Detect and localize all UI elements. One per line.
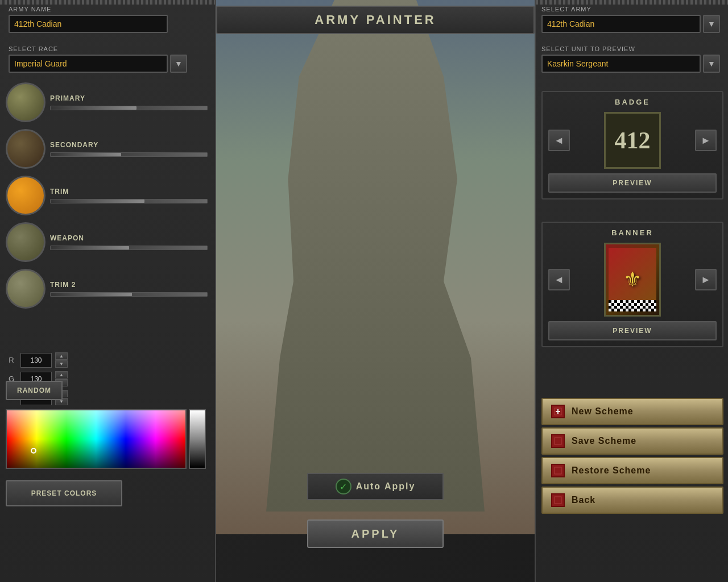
r-increment-button[interactable]: ▲	[55, 352, 68, 360]
trim-slider-group: TRIM	[50, 188, 208, 203]
svg-rect-4	[555, 467, 561, 474]
auto-apply-checkbox[interactable]: ✓	[336, 479, 351, 494]
banner-left-arrow-icon: ◄	[554, 274, 564, 286]
restore-scheme-button[interactable]: Restore Scheme	[541, 457, 723, 484]
primary-color-circle[interactable]	[6, 82, 46, 122]
banner-left-arrow-button[interactable]: ◄	[548, 269, 570, 290]
trim2-color-circle[interactable]	[6, 269, 46, 309]
unit-preview-input[interactable]: Kasrkin Sergeant	[541, 55, 701, 73]
new-scheme-svg-icon	[553, 407, 562, 416]
weapon-color-circle[interactable]	[6, 222, 46, 262]
banner-navigation: ◄ ⚜ ►	[548, 243, 717, 317]
badge-preview-button[interactable]: PREVIEW	[548, 173, 717, 193]
new-scheme-icon	[551, 405, 565, 418]
race-input[interactable]: Imperial Guard	[9, 55, 168, 73]
banner-display: ⚜	[604, 243, 661, 317]
r-label: R	[6, 356, 17, 364]
select-army-dropdown-button[interactable]: ▼	[703, 15, 720, 33]
color-row-trim2: TRIM 2	[6, 269, 208, 309]
weapon-slider-fill	[51, 246, 129, 250]
panel-top-decoration	[0, 0, 215, 5]
secondary-label: SECONDARY	[50, 141, 208, 149]
r-input[interactable]: 130	[20, 353, 52, 368]
back-icon	[551, 493, 565, 507]
select-army-input[interactable]: 412th Cadian	[541, 15, 701, 33]
secondary-color-circle[interactable]	[6, 129, 46, 169]
trim-label: TRIM	[50, 188, 208, 196]
primary-slider-track[interactable]	[50, 106, 208, 110]
auto-apply-label: Auto Apply	[356, 481, 416, 492]
color-picker-overlay	[7, 410, 185, 468]
banner-section: BANNER ◄ ⚜ ► PREVIEW	[541, 222, 723, 347]
race-label: Select Race	[9, 45, 187, 52]
save-scheme-svg-icon	[553, 436, 562, 446]
back-svg-icon	[553, 496, 562, 505]
trim2-slider-track[interactable]	[50, 292, 208, 297]
auto-apply-row: ✓ Auto Apply	[307, 473, 444, 500]
color-row-trim: TRIM	[6, 176, 208, 215]
trim-color-circle[interactable]	[6, 176, 46, 215]
app-title: ARMY PAINTER	[315, 13, 436, 27]
r-decrement-button[interactable]: ▼	[55, 360, 68, 368]
trim-slider-track[interactable]	[50, 199, 208, 203]
new-scheme-button[interactable]: New Scheme	[541, 398, 723, 425]
preset-colors-button[interactable]: PRESET COLORS	[6, 480, 122, 506]
secondary-slider-track[interactable]	[50, 152, 208, 157]
secondary-slider-group: SECONDARY	[50, 141, 208, 157]
unit-preview-section: Select Unit to Preview Kasrkin Sergeant …	[541, 45, 723, 73]
back-button[interactable]: Back	[541, 487, 723, 514]
badge-left-arrow-button[interactable]: ◄	[548, 130, 570, 151]
badge-title: BADGE	[548, 98, 717, 106]
select-army-label: Select Army	[541, 6, 723, 13]
banner-title: BANNER	[548, 228, 717, 237]
rgb-row-r: R 130 ▲ ▼	[6, 352, 208, 368]
trim-slider-fill	[51, 199, 144, 203]
apply-button[interactable]: APPLY	[307, 519, 444, 548]
soldier-preview-area	[216, 0, 535, 534]
select-army-row: 412th Cadian ▼	[541, 15, 723, 33]
banner-right-arrow-button[interactable]: ►	[695, 269, 717, 290]
restore-scheme-svg-icon	[553, 466, 562, 475]
right-panel-top-decoration	[536, 0, 728, 5]
badge-right-arrow-button[interactable]: ►	[695, 130, 717, 151]
banner-eagle-icon: ⚜	[623, 268, 642, 292]
scheme-buttons-section: New Scheme Save Scheme Restore Scheme	[541, 398, 723, 516]
color-row-weapon: WEAPON	[6, 222, 208, 262]
badge-display: 412	[604, 112, 661, 169]
badge-left-arrow-icon: ◄	[554, 135, 564, 147]
chevron-down-icon: ▼	[175, 59, 183, 68]
title-bar: ARMY PAINTER	[216, 6, 535, 34]
save-scheme-button[interactable]: Save Scheme	[541, 427, 723, 455]
left-panel: Army Name 412th Cadian Select Race Imper…	[0, 0, 216, 582]
unit-preview-label: Select Unit to Preview	[541, 45, 723, 52]
restore-scheme-icon	[551, 464, 565, 477]
secondary-slider-fill	[51, 153, 121, 156]
soldier-silhouette	[239, 0, 512, 512]
weapon-slider-group: WEAPON	[50, 234, 208, 250]
color-picker-cursor	[31, 448, 36, 454]
unit-preview-dropdown-button[interactable]: ▼	[703, 55, 720, 73]
banner-preview-button[interactable]: PREVIEW	[548, 321, 717, 340]
unit-preview-row: Kasrkin Sergeant ▼	[541, 55, 723, 73]
army-name-section: Army Name 412th Cadian	[9, 6, 208, 33]
army-name-row: 412th Cadian	[9, 15, 208, 33]
brightness-bar[interactable]	[189, 409, 206, 469]
race-section: Select Race Imperial Guard ▼	[9, 45, 187, 73]
race-dropdown-button[interactable]: ▼	[170, 55, 187, 73]
army-name-label: Army Name	[9, 6, 208, 13]
color-section: PRIMARY SECONDARY TRIM	[6, 82, 208, 315]
army-chevron-icon: ▼	[708, 19, 715, 28]
weapon-slider-track[interactable]	[50, 246, 208, 250]
random-button[interactable]: RANDOM	[6, 381, 63, 400]
badge-right-arrow-icon: ►	[701, 135, 711, 147]
primary-slider-group: PRIMARY	[50, 94, 208, 110]
trim2-label: TRIM 2	[50, 281, 208, 289]
bottom-center-area: ✓ Auto Apply APPLY	[216, 473, 535, 548]
g-increment-button[interactable]: ▲	[55, 371, 68, 379]
right-panel: Select Army 412th Cadian ▼ Select Unit t…	[535, 0, 728, 582]
army-name-input[interactable]: 412th Cadian	[9, 15, 168, 33]
color-gradient-area[interactable]	[6, 409, 187, 469]
race-dropdown-row: Imperial Guard ▼	[9, 55, 187, 73]
color-picker[interactable]	[6, 409, 187, 469]
trim2-slider-fill	[51, 293, 132, 296]
